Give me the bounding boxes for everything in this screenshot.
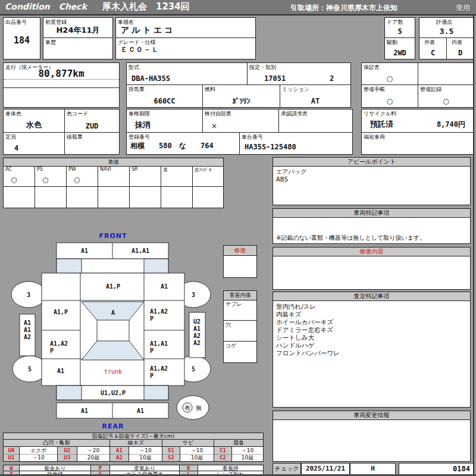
assessment-notes-box: 査定特記事項 室内汚れ/スレ 内装キズ ホイールカバーキズ ドアミラー左右キズ … — [273, 292, 471, 408]
left-rear-fender-code: A1 — [57, 368, 64, 374]
change-info-title: 車両変更情報 — [273, 411, 470, 420]
equipment-label: 左ﾊﾝﾄﾞﾙ — [195, 167, 211, 173]
lining-row-label: コゲ — [226, 342, 236, 350]
score-value: 3.5 — [419, 27, 474, 36]
registration-box: 車検期限 抹消 検付自賠責 × 承認請求書 登録番号 相模 580 な 764 … — [126, 109, 353, 155]
front-direction-label: FRONT — [99, 232, 127, 240]
type-number-value: 17051 — [264, 74, 286, 83]
equipment-value: ○ — [11, 176, 17, 184]
legend-code: A1 — [110, 447, 129, 455]
inspection-label: 車検期限 — [129, 110, 150, 118]
vehicle-notes-title: 車両特記事項 — [273, 209, 470, 218]
rear-right-wheel-code: 5 — [192, 366, 195, 372]
drive-label: 駆動 — [387, 39, 397, 46]
interior-grade-value: D — [447, 49, 474, 57]
equipment-label: PW — [68, 167, 76, 172]
legend-code: U2 — [58, 447, 77, 455]
drive-value: 2WD — [385, 49, 415, 57]
doors-value: 5 — [385, 27, 415, 36]
check-date-value: 2025/11/21 — [302, 464, 349, 474]
equipment-label: 革 — [163, 167, 168, 173]
doors-label: ドア数 — [387, 18, 403, 26]
brand-logo: Condition Check — [5, 2, 87, 11]
check-label: チェック — [273, 464, 300, 474]
legend-code: C2 — [214, 455, 232, 462]
legend-code: K — [180, 465, 198, 471]
legend-value: 10超 — [232, 455, 264, 462]
assessment-notes-title: 査定特記事項 — [273, 292, 470, 301]
right-front-door-code2: P — [150, 315, 154, 322]
legend-code: A2 — [110, 455, 129, 462]
inspection-value: 抹消 — [135, 120, 202, 130]
model-name-box: 車種名 アルトエコ グレード・仕様 ＥＣＯ－Ｌ — [115, 17, 256, 60]
left-side-code: A1 — [24, 327, 31, 333]
appeal-points-title: アピールポイント — [273, 158, 470, 167]
rear-bumper-left-code: A1 — [81, 408, 88, 414]
vehicle-notes-box: 車両特記事項 ※記載のない書類・機器等は無しとして取り扱います。 — [273, 208, 471, 244]
legend-value: ～10 — [129, 447, 162, 455]
pickup-location: 引取場所：神奈川県厚木市上依知 — [290, 3, 397, 13]
recycle-status-value: 預託済 — [370, 119, 393, 130]
vehicle-notes-disclaimer: ※記載のない書類・機器等は無しとして取り扱います。 — [276, 234, 425, 242]
legend-code: S2 — [162, 455, 180, 462]
left-rear-door-code2: P — [50, 347, 54, 354]
left-headlight — [57, 259, 82, 273]
repair-content-box: 修復内容 — [273, 247, 471, 290]
legend-value: エクボ — [20, 447, 58, 455]
capacity-label: 定員 — [5, 133, 16, 141]
class-number-value: 2 — [330, 74, 334, 83]
mileage-value: 80,877km — [4, 68, 119, 79]
mileage-box: 走行（現メーター） 80,877km — [3, 62, 120, 108]
auction-condition-sheet: Condition Check 厚木入札会 1234回 引取場所：神奈川県厚木市… — [0, 0, 476, 476]
check-inspector-value: H — [350, 464, 395, 474]
appeal-line: エアバッグ — [276, 168, 468, 176]
legend-group: 線キズ — [110, 440, 162, 447]
legend-value: ～10 — [232, 447, 264, 455]
left-front-door-code: A1,P — [54, 309, 68, 315]
documents-box: 保証書 ○ 整備手帳 ○ 整備記録 ○ — [361, 62, 474, 108]
sheet-number-cell: 0184 — [399, 463, 474, 475]
score-box: 評価点 3.5 外装 C 内装 D — [419, 17, 474, 60]
right-front-door-code: A1,A2 — [150, 308, 168, 315]
color-code-label: 色コード — [67, 110, 88, 118]
body-color-value: 水色 — [4, 120, 64, 130]
body-color-label: 車体色 — [5, 110, 21, 118]
repair-content-title: 修復内容 — [273, 248, 470, 256]
rear-right-light — [144, 386, 168, 400]
rear-left-wheel-code: 5 — [28, 366, 32, 372]
load-capacity-label: 積載量 — [67, 133, 83, 141]
interior-grade-label: 内装 — [452, 39, 462, 46]
maintenance-record-value: ○ — [418, 97, 474, 105]
equipment-value: ○ — [42, 176, 48, 184]
grade-value: ＥＣＯ－Ｌ — [121, 45, 255, 54]
left-side-code: A1 — [24, 320, 31, 326]
appeal-points-box: アピールポイント エアバッグ ABS — [273, 157, 471, 205]
right-rear-door-code: A1,A1 — [150, 340, 168, 347]
legend-value: ～10 — [20, 455, 58, 462]
spare-tire-yes: 有 — [184, 405, 190, 411]
body-color-box: 車体色 水色 色コード ZUD 定員 4 積載量 — [3, 109, 120, 155]
equipment-row-divider — [4, 186, 223, 187]
legend-group: 凸凹・亀裂 — [3, 440, 110, 447]
approval-request-label: 承認請求書 — [281, 110, 308, 118]
equipment-table: 装備 AC ○ PS ○ PW ○ NAVI SR 革 左ﾊﾝﾄﾞﾙ — [3, 158, 224, 208]
maintenance-book-label: 整備手帳 — [364, 86, 385, 93]
first-registration-value: H24年11月 — [43, 25, 112, 36]
spare-tire-indicator — [177, 396, 209, 419]
vehicle-class: 乗用 — [456, 3, 470, 13]
right-headlight — [144, 259, 168, 273]
first-registration-box: 初度登録 H24年11月 車歴 — [43, 17, 113, 60]
displacement-value: 660CC — [127, 97, 202, 105]
legend-value: 10超 — [129, 455, 162, 462]
sheet-right-border — [473, 14, 474, 474]
chassis-number-label: 車台番号 — [242, 133, 263, 141]
recycle-fee-label: リサイクル料 — [364, 110, 396, 118]
legend-group: 腐食 — [214, 440, 264, 447]
color-code-value: ZUD — [65, 122, 119, 130]
lot-number-box: 出品番号 184 — [3, 17, 40, 60]
right-rear-fender-code: A1,A2 — [150, 365, 168, 372]
sheet-number-value: 0184 — [399, 464, 474, 474]
appeal-line: ABS — [276, 176, 468, 184]
type-class-label: 指定・類別 — [249, 64, 276, 71]
model-name-value: アルトエコ — [121, 25, 255, 36]
